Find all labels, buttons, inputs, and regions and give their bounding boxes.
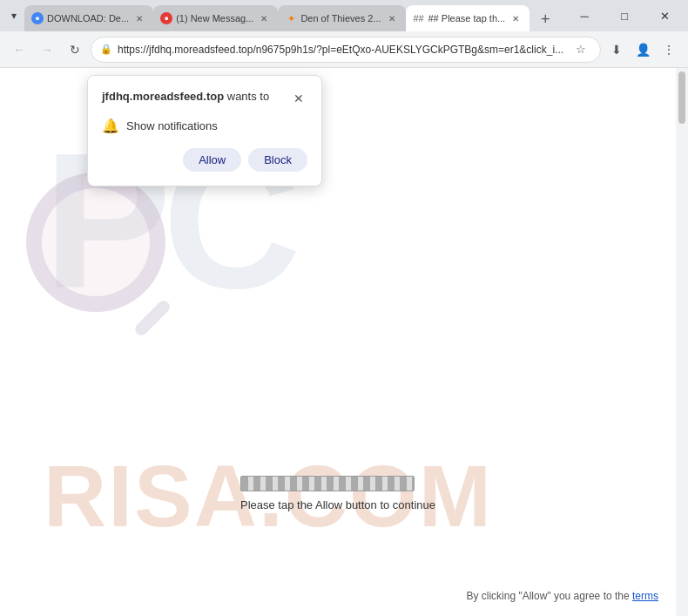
url-text: https://jfdhq.moreadsfeed.top/n9675p9h1s… [118,44,565,56]
tab-download[interactable]: ● DOWNLOAD: De... ✕ [24,5,153,31]
reload-button[interactable]: ↻ [63,37,87,62]
tab-label-thieves: Den of Thieves 2... [300,13,381,24]
magnifier-decoration [26,173,165,312]
new-tab-button[interactable]: + [533,7,557,31]
popup-buttons: Allow Block [102,148,307,172]
tab-overflow-button[interactable]: ▾ [3,3,24,28]
tab-favicon-message: ● [160,12,172,24]
tab-close-active[interactable]: ✕ [509,11,523,25]
popup-title-suffix: wants to [224,90,269,103]
tab-message[interactable]: ● (1) New Messag... ✕ [153,5,278,31]
tab-thieves[interactable]: ✦ Den of Thieves 2... ✕ [278,5,405,31]
tab-favicon-download: ● [31,12,44,24]
window-controls: ─ □ ✕ [564,0,685,31]
progress-bar [240,476,415,491]
navigation-bar: ← → ↻ 🔒 https://jfdhq.moreadsfeed.top/n9… [0,31,688,68]
terms-link[interactable]: terms [632,590,658,602]
terms-prefix: By clicking "Allow" you agree to the [466,590,629,602]
nav-right-controls: ⬇ 👤 ⋮ [604,37,681,62]
bell-icon: 🔔 [102,118,119,134]
tab-close-thieves[interactable]: ✕ [385,11,399,25]
profile-button[interactable]: 👤 [631,37,655,62]
tab-close-download[interactable]: ✕ [132,11,146,25]
allow-button[interactable]: Allow [183,148,241,172]
scrollbar[interactable] [676,68,688,616]
tab-label-download: DOWNLOAD: De... [47,13,129,24]
title-bar: ▾ ● DOWNLOAD: De... ✕ ● (1) New Messag..… [0,0,688,31]
close-button[interactable]: ✕ [644,0,685,31]
tab-favicon-thieves: ✦ [285,12,297,24]
popup-notification-row: 🔔 Show notifications [102,118,307,134]
popup-header: jfdhq.moreadsfeed.top wants to ✕ [102,90,307,107]
minimize-button[interactable]: ─ [564,0,604,31]
popup-title: jfdhq.moreadsfeed.top wants to [102,90,269,103]
tab-label-message: (1) New Messag... [176,13,253,24]
scrollbar-thumb[interactable] [678,71,685,124]
maximize-button[interactable]: □ [604,0,644,31]
tab-strip: ● DOWNLOAD: De... ✕ ● (1) New Messag... … [24,0,561,31]
progress-text: Please tap the Allow button to continue [240,498,435,511]
tab-label-active: ## Please tap th... [428,13,506,24]
download-button[interactable]: ⬇ [604,37,629,62]
forward-button[interactable]: → [35,37,59,62]
tab-active[interactable]: ## ## Please tap th... ✕ [406,5,530,31]
back-button[interactable]: ← [7,37,31,62]
terms-footer: By clicking "Allow" you agree to the ter… [466,590,658,602]
block-button[interactable]: Block [248,148,307,172]
popup-domain: jfdhq.moreadsfeed.top [102,90,224,103]
popup-close-button[interactable]: ✕ [290,90,307,107]
notification-popup: jfdhq.moreadsfeed.top wants to ✕ 🔔 Show … [87,75,322,186]
popup-notification-text: Show notifications [126,119,218,132]
tab-favicon-active: ## [413,12,425,24]
progress-container: Please tap the Allow button to continue [240,476,435,511]
lock-icon: 🔒 [100,44,112,55]
bookmark-icon[interactable]: ☆ [570,39,591,60]
address-bar[interactable]: 🔒 https://jfdhq.moreadsfeed.top/n9675p9h… [91,37,601,63]
menu-button[interactable]: ⋮ [657,37,681,62]
tab-close-message[interactable]: ✕ [257,11,271,25]
